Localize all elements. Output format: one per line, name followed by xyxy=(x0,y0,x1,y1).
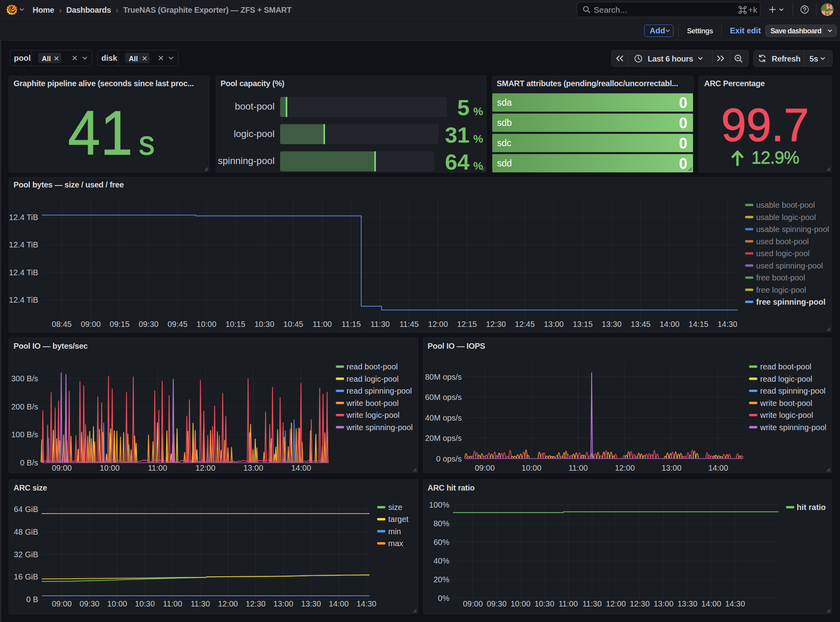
svg-text:sdb: sdb xyxy=(497,118,512,128)
svg-text:11:30: 11:30 xyxy=(583,599,602,608)
svg-text:10:00: 10:00 xyxy=(521,464,541,472)
svg-text:12:00: 12:00 xyxy=(218,599,238,608)
svg-text:14:30: 14:30 xyxy=(718,320,737,328)
svg-text:10:30: 10:30 xyxy=(135,599,155,608)
svg-text:80M ops/s: 80M ops/s xyxy=(425,373,462,381)
svg-text:300 B/s: 300 B/s xyxy=(11,374,38,383)
svg-text:09:15: 09:15 xyxy=(110,320,130,328)
svg-text:10:00: 10:00 xyxy=(197,320,217,328)
svg-text:read logic-pool: read logic-pool xyxy=(760,375,812,383)
svg-text:write spinning-pool: write spinning-pool xyxy=(346,423,413,432)
svg-text:sdc: sdc xyxy=(497,138,511,148)
svg-text:13:00: 13:00 xyxy=(654,599,674,608)
svg-text:0 B/s: 0 B/s xyxy=(20,458,38,467)
svg-text:60M ops/s: 60M ops/s xyxy=(425,393,462,402)
svg-text:100%: 100% xyxy=(429,500,449,509)
svg-text:48 GiB: 48 GiB xyxy=(14,527,38,536)
svg-text:11:00: 11:00 xyxy=(559,599,578,608)
svg-text:write boot-pool: write boot-pool xyxy=(346,399,399,408)
svg-text:12:30: 12:30 xyxy=(246,599,265,608)
svg-text:write boot-pool: write boot-pool xyxy=(760,399,812,408)
svg-text:used logic-pool: used logic-pool xyxy=(756,249,810,258)
svg-text:13:15: 13:15 xyxy=(573,320,592,328)
svg-text:14:00: 14:00 xyxy=(329,599,348,608)
svg-text:100 B/s: 100 B/s xyxy=(11,430,38,439)
svg-text:09:30: 09:30 xyxy=(487,599,507,608)
svg-text:10:00: 10:00 xyxy=(107,599,127,608)
svg-text:min: min xyxy=(388,527,401,536)
svg-text:20M ops/s: 20M ops/s xyxy=(425,434,462,442)
svg-text:08:45: 08:45 xyxy=(52,320,72,328)
svg-text:usable boot-pool: usable boot-pool xyxy=(756,201,815,209)
svg-text:read spinning-pool: read spinning-pool xyxy=(760,386,826,395)
svg-text:free spinning-pool: free spinning-pool xyxy=(756,297,825,306)
svg-text:12:00: 12:00 xyxy=(428,320,448,328)
svg-text:13:45: 13:45 xyxy=(631,320,650,328)
svg-text:31: 31 xyxy=(445,122,470,147)
svg-text:10:30: 10:30 xyxy=(254,320,274,328)
svg-text:0: 0 xyxy=(679,115,687,131)
svg-text:used spinning-pool: used spinning-pool xyxy=(756,261,823,270)
svg-text:09:00: 09:00 xyxy=(52,464,72,472)
svg-text:200 B/s: 200 B/s xyxy=(11,402,38,411)
svg-text:14:15: 14:15 xyxy=(689,320,708,328)
svg-text:boot-pool: boot-pool xyxy=(235,101,275,112)
svg-text:13:30: 13:30 xyxy=(677,599,697,608)
svg-text:09:00: 09:00 xyxy=(52,599,72,608)
svg-text:12.4 TiB: 12.4 TiB xyxy=(9,268,38,277)
svg-text:11:00: 11:00 xyxy=(569,464,588,472)
svg-text:12.4 TiB: 12.4 TiB xyxy=(9,240,38,249)
svg-text:0 ops/s: 0 ops/s xyxy=(436,454,462,463)
svg-text:12.4 TiB: 12.4 TiB xyxy=(9,213,38,222)
svg-text:14:00: 14:00 xyxy=(291,464,311,472)
svg-text:11:00: 11:00 xyxy=(313,320,332,328)
svg-text:spinning-pool: spinning-pool xyxy=(218,155,275,166)
svg-text:40%: 40% xyxy=(434,556,449,565)
svg-text:free logic-pool: free logic-pool xyxy=(756,286,806,294)
svg-text:usable spinning-pool: usable spinning-pool xyxy=(756,225,829,234)
svg-text:09:45: 09:45 xyxy=(168,320,188,328)
svg-text:sda: sda xyxy=(497,97,512,108)
svg-text:32 GiB: 32 GiB xyxy=(14,550,38,559)
svg-text:usable logic-pool: usable logic-pool xyxy=(756,213,816,222)
svg-text:40M ops/s: 40M ops/s xyxy=(425,413,462,422)
svg-text:09:30: 09:30 xyxy=(139,320,159,328)
svg-text:read spinning-pool: read spinning-pool xyxy=(346,386,412,395)
svg-text:write logic-pool: write logic-pool xyxy=(760,411,813,419)
svg-text:09:00: 09:00 xyxy=(463,599,483,608)
svg-text:write logic-pool: write logic-pool xyxy=(346,411,399,419)
svg-text:64 GiB: 64 GiB xyxy=(14,505,38,514)
svg-text:11:00: 11:00 xyxy=(163,599,182,608)
svg-text:10:30: 10:30 xyxy=(534,599,554,608)
svg-text:12:15: 12:15 xyxy=(457,320,477,328)
svg-text:16 GiB: 16 GiB xyxy=(14,572,38,581)
svg-text:10:00: 10:00 xyxy=(100,464,120,472)
svg-text:11:00: 11:00 xyxy=(148,464,167,472)
svg-text:11:30: 11:30 xyxy=(191,599,210,608)
svg-text:13:30: 13:30 xyxy=(301,599,321,608)
svg-text:14:00: 14:00 xyxy=(701,599,721,608)
svg-text:0: 0 xyxy=(679,135,687,152)
svg-text:11:45: 11:45 xyxy=(399,320,419,328)
svg-text:09:00: 09:00 xyxy=(81,320,101,328)
svg-text:09:00: 09:00 xyxy=(475,464,495,472)
svg-text:13:30: 13:30 xyxy=(602,320,621,328)
svg-text:used boot-pool: used boot-pool xyxy=(756,237,809,246)
svg-text:12:30: 12:30 xyxy=(486,320,506,328)
svg-text:14:00: 14:00 xyxy=(660,320,679,328)
svg-text:12:00: 12:00 xyxy=(195,464,215,472)
svg-text:10:15: 10:15 xyxy=(225,320,245,328)
svg-text:13:00: 13:00 xyxy=(662,464,681,472)
svg-text:60%: 60% xyxy=(434,538,449,547)
svg-text:14:00: 14:00 xyxy=(708,464,728,472)
svg-text:sdd: sdd xyxy=(497,158,512,168)
svg-text:10:00: 10:00 xyxy=(511,599,530,608)
svg-text:09:30: 09:30 xyxy=(79,599,99,608)
svg-text:20%: 20% xyxy=(434,575,449,584)
svg-text:0 B: 0 B xyxy=(26,595,38,604)
svg-text:0: 0 xyxy=(679,155,687,172)
svg-text:5: 5 xyxy=(457,95,470,120)
svg-text:read logic-pool: read logic-pool xyxy=(346,375,399,383)
svg-text:11:30: 11:30 xyxy=(370,320,390,328)
svg-text:%: % xyxy=(473,105,483,118)
